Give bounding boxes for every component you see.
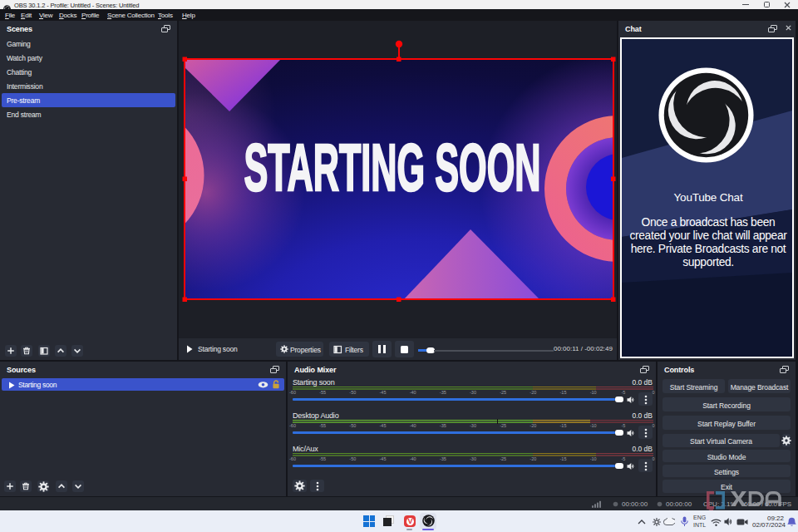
- svg-text:Once a broadcast has been: Once a broadcast has been: [642, 216, 776, 229]
- svg-text:YouTube Chat: YouTube Chat: [674, 191, 743, 204]
- svg-text:supported.: supported.: [682, 256, 734, 268]
- svg-text:here. Private Broadcasts are n: here. Private Broadcasts are not: [631, 243, 786, 255]
- svg-text:created your live chat will ap: created your live chat will appear: [629, 229, 787, 242]
